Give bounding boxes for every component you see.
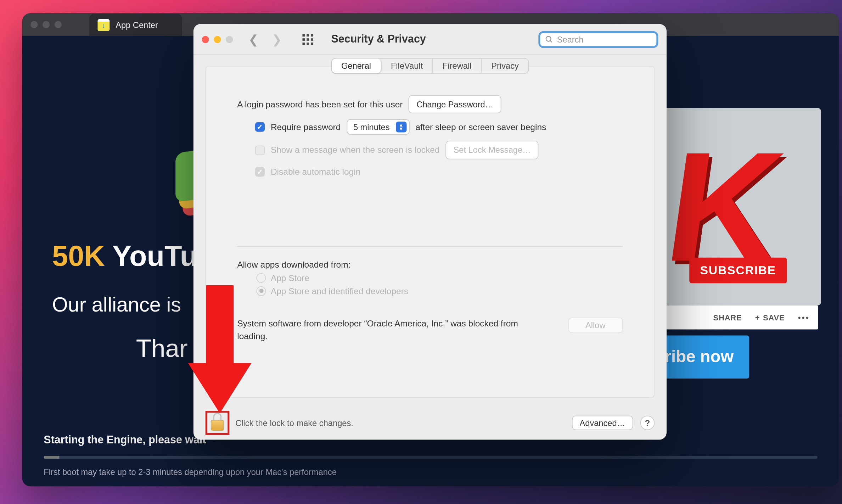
close-icon[interactable]	[202, 36, 209, 43]
search-icon	[545, 35, 554, 44]
minimize-icon[interactable]	[214, 36, 221, 43]
change-password-button[interactable]: Change Password…	[409, 95, 501, 113]
tab-title: App Center	[116, 20, 158, 30]
prefs-footer: Click the lock to make changes. Advanced…	[193, 406, 667, 440]
radio-identified-developers	[256, 286, 266, 296]
status-subtitle: First boot may take up to 2-3 minutes de…	[44, 467, 817, 477]
tab-filevault[interactable]: FileVault	[381, 59, 433, 73]
show-message-checkbox	[255, 145, 265, 155]
require-password-checkbox[interactable]	[255, 122, 265, 132]
bg-traffic-max[interactable]	[55, 21, 62, 28]
section-blocked-software: System software from developer “Oracle A…	[206, 298, 654, 349]
tab-firewall[interactable]: Firewall	[433, 59, 482, 73]
set-lock-message-button: Set Lock Message…	[446, 141, 539, 159]
after-sleep-label: after sleep or screen saver begins	[415, 120, 546, 134]
prefs-titlebar: ❮ ❯ Security & Privacy	[193, 24, 667, 55]
yt-more-button[interactable]	[798, 313, 810, 322]
prefs-title: Security & Privacy	[331, 33, 426, 45]
lock-hint-label: Click the lock to make changes.	[235, 418, 353, 428]
bg-traffic-lights[interactable]	[30, 21, 62, 28]
require-password-label: Require password	[271, 120, 341, 134]
disable-auto-login-checkbox	[255, 167, 265, 177]
search-input[interactable]	[557, 34, 652, 44]
search-field[interactable]	[538, 31, 658, 47]
subscribe-badge[interactable]: SUBSCRIBE	[689, 258, 787, 284]
back-button[interactable]: ❮	[248, 32, 259, 46]
prefs-panel: General FileVault Firewall Privacy A log…	[206, 66, 655, 398]
lock-highlight-box	[206, 411, 230, 435]
allow-apps-label: Allow apps downloaded from:	[237, 260, 623, 269]
blocked-software-message: System software from developer “Oracle A…	[237, 318, 524, 343]
svg-line-1	[550, 40, 552, 42]
forward-button[interactable]: ❯	[272, 32, 282, 46]
progress-bar	[44, 456, 817, 459]
lock-icon[interactable]	[211, 415, 224, 431]
password-set-label: A login password has been set for this u…	[237, 97, 403, 111]
bg-traffic-close[interactable]	[30, 21, 38, 28]
disable-auto-login-label: Disable automatic login	[271, 165, 360, 179]
svg-point-0	[546, 36, 551, 41]
browser-tab-app-center[interactable]: ↓ App Center	[89, 14, 182, 37]
nav-arrows: ❮ ❯	[248, 32, 282, 46]
youtube-toolbar: SHARE SAVE	[656, 306, 818, 330]
require-password-delay-select[interactable]: 5 minutes ▲▼	[347, 119, 409, 135]
bg-traffic-min[interactable]	[43, 21, 50, 28]
yt-share-button[interactable]: SHARE	[713, 313, 742, 322]
tab-general[interactable]: General	[332, 59, 381, 73]
divider	[237, 246, 623, 247]
show-message-label: Show a message when the screen is locked	[271, 143, 440, 157]
help-button[interactable]: ?	[640, 416, 655, 430]
promo-block: 50K YouTu Our alliance is Thar	[52, 150, 197, 363]
promo-thanks: Thar	[136, 334, 198, 363]
promo-subline: Our alliance is	[52, 293, 197, 316]
radio-app-store-label: App Store	[271, 273, 309, 283]
stepper-icon: ▲▼	[395, 122, 406, 133]
zoom-icon[interactable]	[226, 36, 233, 43]
radio-app-store	[256, 273, 266, 283]
app-center-icon: ↓	[97, 19, 110, 31]
promo-headline: 50K YouTu	[52, 240, 197, 273]
prefs-body: General FileVault Firewall Privacy A log…	[193, 55, 667, 406]
yt-save-button[interactable]: SAVE	[755, 313, 785, 322]
section-allow-apps: Allow apps downloaded from: App Store Ap…	[206, 249, 654, 298]
system-prefs-window: ❮ ❯ Security & Privacy General FileVault…	[193, 24, 667, 440]
allow-button[interactable]: Allow	[568, 318, 623, 333]
section-login: A login password has been set for this u…	[206, 74, 654, 196]
status-bar: Starting the Engine, please wait First b…	[22, 434, 839, 477]
tab-privacy[interactable]: Privacy	[482, 59, 528, 73]
delay-value: 5 minutes	[353, 121, 390, 134]
advanced-button[interactable]: Advanced…	[572, 416, 633, 430]
tab-bar: General FileVault Firewall Privacy	[331, 58, 529, 74]
show-all-icon[interactable]	[302, 34, 313, 44]
radio-identified-developers-label: App Store and identified developers	[271, 286, 408, 296]
prefs-traffic-lights[interactable]	[202, 36, 233, 43]
